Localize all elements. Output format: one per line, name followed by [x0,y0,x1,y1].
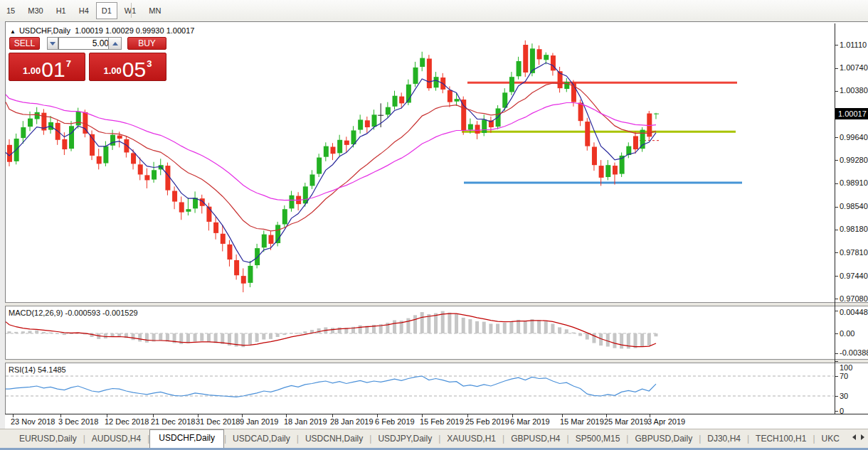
buy-price-base: 1.00 [104,65,122,76]
date-axis-label: 15 Feb 2019 [420,417,464,426]
timeframe-MN[interactable]: MN [143,2,166,19]
price-axis-label: 0.97080 [840,294,868,303]
chart-tab-eurusd-daily[interactable]: EURUSD,Daily [13,430,83,448]
chart-tab-usdjpy-daily[interactable]: USDJPY,Daily [371,430,438,448]
date-axis-label: 18 Jan 2019 [284,417,327,426]
timeframe-H1[interactable]: H1 [51,2,72,19]
chart-tab-usdchf-daily[interactable]: USDCHF,Daily [149,429,224,448]
rsi-axis-label: 70 [840,372,848,380]
price-axis-tick [835,276,838,277]
rsi-axis-tick [835,411,838,412]
rsi-axis-tick [835,396,838,397]
macd-axis-tick [835,311,838,311]
date-axis-label: 3 Dec 2018 [58,417,98,426]
chart-tab-tech100-h1[interactable]: TECH100,H1 [749,430,813,448]
price-axis-label: 0.98540 [840,202,868,210]
chart-tab-gbpusd-daily[interactable]: GBPUSD,Daily [628,430,699,448]
price-axis-tick [835,207,838,208]
date-axis-label: 28 Jan 2019 [330,417,374,426]
timeframe-D1[interactable]: D1 [96,2,117,19]
buy-price-sup: 3 [147,58,152,69]
current-price-box: 1.00017 [835,108,868,119]
date-axis-label: 31 Dec 2018 [196,417,240,426]
price-axis-tick [835,230,838,230]
chart-tab-audusd-h4[interactable]: AUDUSD,H4 [85,430,147,448]
chart-tab-dj30-h4[interactable]: DJ30,H4 [701,430,747,448]
sell-price-sup: 7 [66,58,71,69]
price-axis-tick [835,252,838,253]
buy-price-big: 05 [122,60,146,79]
rsi-axis-label: 0 [840,407,844,415]
spin-up-icon [112,42,118,45]
mt4-terminal: 15M30H1H4D1W1MN ▲USDCHF,Daily 1.00019 1.… [0,0,868,450]
sell-price-panel[interactable]: 1.00 01 7 [9,53,85,81]
timeframe-toolbar: 15M30H1H4D1W1MN [0,0,868,22]
volume-input[interactable] [58,37,112,50]
price-axis-tick [835,160,838,161]
rsi-axis-tick [835,361,838,362]
macd-axis-tick [835,353,838,354]
rsi-axis-tick [835,376,838,377]
date-axis[interactable]: 23 Nov 20183 Dec 201812 Dec 201821 Dec 2… [5,414,868,429]
price-axis-border [835,23,835,414]
macd-axis-label: -0.003883 [840,348,868,357]
volume-increase-button[interactable] [108,37,122,50]
tab-scroll-arrows [852,434,864,440]
price-axis-tick [835,183,838,184]
sell-button[interactable]: SELL [9,37,40,50]
rsi-axis-label: 30 [840,392,848,400]
chart-tab-gbpusd-h4[interactable]: GBPUSD,H4 [504,430,566,448]
date-axis-label: 6 Feb 2019 [375,417,415,426]
buy-price-panel[interactable]: 1.00 05 3 [89,53,166,81]
price-axis-label: 0.99640 [840,133,868,141]
chart-tab-sp500-m15[interactable]: SP500,M15 [569,430,627,448]
macd-axis-label: 0.004487 [840,308,868,316]
timeframe-H4[interactable]: H4 [73,2,95,19]
ohlc-quote: 1.00019 1.00029 0.99930 1.00017 [75,26,194,35]
sell-price-big: 01 [41,60,65,79]
price-axis-tick [835,137,838,138]
date-axis-label: 23 Nov 2018 [11,417,55,426]
volume-decrease-button[interactable] [47,37,58,50]
chart-tab-xauusd-h1[interactable]: XAUUSD,H1 [440,430,502,448]
toolbar-separator [131,3,132,18]
date-axis-label: 9 Jan 2019 [240,417,278,426]
date-axis-label: 15 Mar 2019 [560,417,604,426]
buy-button[interactable]: BUY [127,37,166,50]
price-axis-label: 0.97810 [840,248,868,257]
tab-scroll-left-icon[interactable] [852,434,856,440]
symbol-title: USDCHF,Daily [19,26,70,35]
price-axis-label: 0.97440 [840,272,868,280]
price-axis-label: 0.98180 [840,225,868,233]
price-axis-label: 1.00380 [840,86,868,95]
sell-price-base: 1.00 [23,65,41,76]
date-axis-label: 6 Mar 2019 [510,417,550,426]
macd-axis-tick [835,333,838,334]
collapse-pane-icon[interactable]: ▲ [10,28,16,35]
spin-down-icon [50,42,55,45]
date-axis-label: 25 Mar 2019 [604,417,648,426]
price-axis-tick [835,45,838,45]
chart-tab-usdcad-daily[interactable]: USDCAD,Daily [226,430,297,448]
rsi-label: RSI(14) 54.1485 [9,365,66,374]
price-axis-tick [835,91,838,92]
tab-scroll-right-icon[interactable] [861,434,864,440]
date-axis-label: 12 Dec 2018 [105,417,149,426]
chart-quote-line: ▲USDCHF,Daily 1.00019 1.00029 0.99930 1.… [10,26,194,35]
chart-tab-usdcnh-daily[interactable]: USDCNH,Daily [299,430,369,448]
price-axis-tick [835,68,838,69]
price-axis-label: 0.98910 [840,178,868,187]
macd-label: MACD(12,26,9) -0.000593 -0.001529 [9,309,138,317]
price-axis-tick [835,299,838,299]
one-click-trading-panel: SELL BUY 1.00 01 7 1.00 05 3 [9,36,166,80]
rsi-canvas[interactable] [5,363,835,413]
timeframe-15[interactable]: 15 [1,2,21,19]
price-axis-label: 0.99280 [840,156,868,164]
date-axis-label: 3 Apr 2019 [647,417,685,426]
rsi-axis-label: 100 [840,363,852,372]
timeframe-M30[interactable]: M30 [22,2,48,19]
chart-tab-ukc[interactable]: UKC [815,430,846,448]
date-axis-label: 21 Dec 2018 [151,417,195,426]
macd-axis-label: 0.00 [840,329,854,338]
price-axis-label: 1.01110 [840,41,867,49]
